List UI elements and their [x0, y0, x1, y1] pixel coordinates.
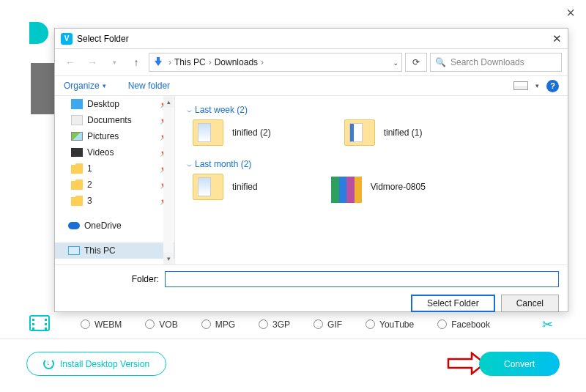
select-folder-dialog: V Select Folder ✕ ← → ▾ ↑ › This PC › Do… — [54, 28, 568, 312]
tree-label: OneDrive — [84, 221, 122, 231]
nav-tree: Desktop📌 Documents📌 Pictures📌 Videos📌 1📌… — [55, 96, 175, 265]
install-label: Install Desktop Version — [60, 359, 149, 369]
install-desktop-button[interactable]: Install Desktop Version — [26, 352, 166, 376]
search-placeholder: Search Downloads — [450, 57, 524, 67]
download-icon — [43, 358, 54, 369]
videos-icon — [71, 148, 83, 157]
radio-youtube[interactable]: YouTube — [366, 319, 414, 330]
radio-facebook[interactable]: Facebook — [437, 319, 490, 330]
tree-pictures[interactable]: Pictures📌 — [55, 128, 174, 144]
breadcrumb-sep: › — [261, 57, 264, 67]
scroll-track[interactable] — [163, 108, 174, 253]
tree-desktop[interactable]: Desktop📌 — [55, 96, 174, 112]
folder-icon — [71, 196, 83, 206]
recent-dropdown[interactable]: ▾ — [105, 53, 124, 72]
tree-label: 3 — [87, 196, 92, 206]
tree-videos[interactable]: Videos📌 — [55, 144, 174, 160]
radio-gif[interactable]: GIF — [314, 319, 342, 330]
folder-content: Last week (2) tinified (2) tinified (1) … — [175, 96, 568, 265]
radio-webm[interactable]: WEBM — [81, 319, 122, 330]
organize-menu[interactable]: Organize — [64, 81, 106, 91]
view-options-button[interactable] — [513, 81, 528, 90]
scroll-up-icon[interactable]: ▴ — [163, 96, 174, 108]
folder-name-input[interactable] — [165, 271, 559, 287]
folder-icon — [71, 180, 83, 190]
tree-folder-1[interactable]: 1📌 — [55, 160, 174, 177]
close-icon[interactable]: × — [566, 4, 575, 21]
forward-button: → — [83, 53, 102, 72]
toolbar: Organize New folder ▾ ? — [55, 75, 568, 96]
folder-item[interactable]: tinified (1) — [344, 119, 423, 146]
back-button[interactable]: ← — [61, 53, 80, 72]
folder-item[interactable]: tinified (2) — [193, 119, 271, 146]
dialog-close-icon[interactable]: ✕ — [552, 32, 562, 45]
item-label: tinified (1) — [384, 127, 423, 138]
item-label: tinified — [232, 182, 258, 192]
tree-documents[interactable]: Documents📌 — [55, 112, 174, 128]
new-folder-button[interactable]: New folder — [128, 81, 170, 91]
address-dropdown-icon[interactable]: ⌄ — [393, 59, 398, 67]
radio-3gp[interactable]: 3GP — [259, 319, 290, 330]
item-label: Vidmore-0805 — [371, 182, 426, 192]
up-button[interactable]: ↑ — [127, 53, 146, 72]
refresh-button[interactable]: ⟳ — [405, 53, 427, 72]
document-icon — [71, 115, 83, 125]
cancel-button[interactable]: Cancel — [501, 295, 559, 312]
help-icon[interactable]: ? — [546, 80, 559, 92]
titlebar: V Select Folder ✕ — [55, 29, 568, 49]
scroll-down-icon[interactable]: ▾ — [163, 253, 174, 265]
pictures-icon — [71, 132, 83, 141]
tree-onedrive[interactable]: OneDrive — [55, 218, 174, 234]
tree-label: 1 — [87, 163, 92, 174]
folder-thumb-icon — [344, 119, 375, 146]
view-dropdown-icon[interactable]: ▾ — [535, 82, 539, 89]
breadcrumb-folder[interactable]: Downloads — [215, 57, 258, 67]
pc-icon — [68, 246, 80, 255]
breadcrumb-sep: › — [168, 57, 171, 67]
format-radio-row: WEBM VOB MPG 3GP GIF YouTube Facebook — [81, 319, 527, 330]
folder-thumb-icon — [331, 174, 362, 200]
convert-button[interactable]: Convert — [479, 352, 560, 376]
nav-row: ← → ▾ ↑ › This PC › Downloads › ⌄ ⟳ 🔍 Se… — [55, 49, 568, 75]
folder-icon — [71, 163, 83, 174]
tree-label: Pictures — [87, 131, 119, 141]
folder-field-label: Folder: — [64, 274, 159, 284]
address-bar[interactable]: › This PC › Downloads › ⌄ — [149, 53, 402, 72]
radio-mpg[interactable]: MPG — [201, 319, 235, 330]
tree-label: This PC — [84, 245, 116, 256]
cloud-icon — [68, 222, 80, 229]
convert-label: Convert — [504, 359, 535, 369]
search-icon: 🔍 — [435, 57, 446, 67]
item-label: tinified (2) — [232, 127, 271, 138]
bg-add-button-partial — [29, 22, 48, 44]
tree-folder-2[interactable]: 2📌 — [55, 177, 174, 193]
tree-this-pc[interactable]: This PC — [55, 243, 174, 259]
group-header-lastmonth[interactable]: Last month (2) — [187, 159, 556, 169]
folder-thumb-icon — [193, 119, 223, 146]
search-box[interactable]: 🔍 Search Downloads — [430, 53, 562, 72]
tree-label: Videos — [87, 147, 114, 158]
divider — [0, 339, 586, 339]
scissors-icon[interactable]: ✂ — [542, 317, 553, 333]
folder-item[interactable]: tinified — [193, 174, 258, 200]
folder-item[interactable]: Vidmore-0805 — [331, 174, 426, 200]
tree-label: 2 — [87, 180, 92, 190]
tree-label: Desktop — [87, 99, 119, 109]
folder-thumb-icon — [193, 174, 223, 200]
dialog-title: Select Folder — [77, 34, 129, 44]
select-folder-button[interactable]: Select Folder — [411, 295, 495, 312]
desktop-icon — [71, 99, 83, 109]
tree-label: Documents — [87, 115, 132, 125]
radio-vob[interactable]: VOB — [145, 319, 177, 330]
film-icon — [29, 315, 50, 331]
breadcrumb-sep: › — [209, 57, 212, 67]
dialog-footer: Folder: Select Folder Cancel — [55, 265, 568, 318]
tree-folder-3[interactable]: 3📌 — [55, 193, 174, 209]
app-logo-icon: V — [61, 33, 73, 45]
breadcrumb-root[interactable]: This PC — [174, 57, 206, 67]
tree-scrollbar[interactable]: ▴▾ — [163, 96, 174, 265]
group-header-lastweek[interactable]: Last week (2) — [187, 105, 556, 115]
download-folder-icon — [152, 56, 166, 69]
